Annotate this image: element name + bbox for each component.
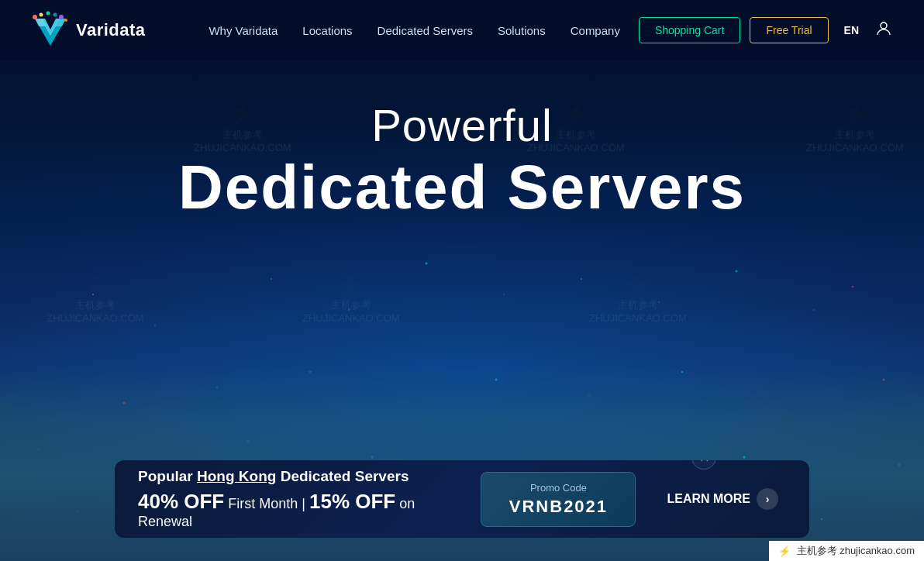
promo-discount-1: 40% OFF: [138, 490, 224, 513]
svg-point-9: [64, 19, 67, 22]
promo-discount-2: 15% OFF: [309, 490, 395, 513]
logo-icon: [31, 11, 70, 50]
bottom-watermark-bar: ⚡ 主机参考 zhujicankao.com: [769, 541, 924, 561]
nav-link-why-varidata[interactable]: Why Varidata: [209, 24, 278, 37]
promo-code-box: Promo Code VRNB2021: [481, 472, 636, 527]
nav-link-locations[interactable]: Locations: [302, 24, 352, 37]
nav-link-company[interactable]: Company: [571, 24, 620, 37]
svg-point-4: [33, 15, 37, 19]
bottom-watermark-icon: ⚡: [778, 546, 791, 557]
promo-left-content: Popular Hong Kong Dedicated Servers 40% …: [115, 460, 481, 538]
promo-code-value[interactable]: VRNB2021: [505, 497, 612, 517]
hero-section: Varidata Why Varidata Locations Dedicate…: [0, 0, 924, 561]
user-account-icon[interactable]: [874, 19, 893, 41]
logo-text: Varidata: [76, 20, 146, 40]
shopping-cart-button[interactable]: Shopping Cart: [639, 17, 741, 43]
navigation: Varidata Why Varidata Locations Dedicate…: [0, 0, 924, 60]
promo-title: Popular Hong Kong Dedicated Servers: [138, 468, 457, 485]
logo[interactable]: Varidata: [31, 11, 146, 50]
promo-discount: 40% OFF First Month | 15% OFF on Renewal: [138, 490, 457, 530]
user-icon: [874, 19, 893, 38]
promo-hk-link[interactable]: Hong Kong: [197, 468, 276, 484]
nav-actions: Shopping Cart Free Trial EN: [639, 17, 893, 43]
promo-close-button[interactable]: ✕: [691, 460, 716, 470]
promo-bar: ✕ Popular Hong Kong Dedicated Servers 40…: [115, 460, 809, 538]
svg-point-7: [53, 13, 57, 17]
hero-subtitle: Powerful: [0, 101, 924, 150]
free-trial-button[interactable]: Free Trial: [750, 17, 828, 43]
learn-more-arrow-icon: ›: [757, 488, 778, 510]
hero-content: Powerful Dedicated Servers: [0, 101, 924, 222]
svg-point-5: [40, 13, 43, 17]
hero-title: Dedicated Servers: [0, 153, 924, 222]
nav-links: Why Varidata Locations Dedicated Servers…: [209, 24, 619, 37]
svg-point-8: [59, 15, 64, 19]
bottom-watermark-text: 主机参考 zhujicankao.com: [797, 544, 915, 558]
language-switcher[interactable]: EN: [844, 24, 859, 36]
svg-point-6: [47, 12, 50, 15]
promo-code-label: Promo Code: [505, 482, 612, 494]
svg-point-10: [881, 22, 887, 29]
nav-link-solutions[interactable]: Solutions: [498, 24, 546, 37]
nav-link-dedicated-servers[interactable]: Dedicated Servers: [378, 24, 473, 37]
learn-more-button[interactable]: LEARN MORE ›: [636, 488, 809, 510]
